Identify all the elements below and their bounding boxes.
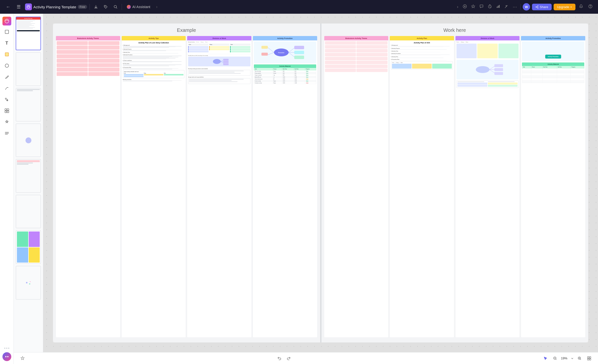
board-promotion: Activity Promotion Promotion: [253, 36, 317, 337]
board-activity-tips: Activity Tips Activity Plan of Love Stor…: [122, 36, 186, 337]
svg-point-10: [536, 6, 537, 7]
magic-button[interactable]: [503, 3, 510, 11]
example-title: Example: [56, 27, 317, 33]
page-thumb-5[interactable]: [16, 159, 41, 193]
page-thumb-4[interactable]: [16, 123, 41, 157]
page-thumb-2[interactable]: [16, 52, 41, 86]
sidebar-item-brush[interactable]: [2, 95, 12, 104]
app-title: Activity Planning Template: [33, 5, 76, 9]
help-button[interactable]: [587, 3, 594, 11]
ai-assistant-button[interactable]: AI Assistant: [124, 3, 153, 10]
svg-line-51: [490, 66, 495, 70]
page-thumb-1[interactable]: Activity Planning: [16, 17, 41, 50]
content-area: Example Brainstorm Activity Theme: [43, 14, 598, 352]
work-here-section: Work here Brainstorm Activity Theme: [321, 24, 588, 342]
redo-button[interactable]: [285, 354, 293, 362]
svg-point-20: [5, 64, 9, 67]
svg-point-0: [27, 5, 30, 8]
undo-button[interactable]: [275, 354, 283, 362]
play-button[interactable]: [461, 3, 468, 11]
svg-rect-22: [5, 109, 7, 110]
sidebar-item-shape[interactable]: [2, 61, 12, 71]
sidebar-item-list[interactable]: [2, 128, 12, 138]
svg-rect-48: [261, 46, 268, 49]
upgrade-button[interactable]: Upgrade +: [554, 4, 575, 10]
user-avatar[interactable]: W: [523, 3, 530, 11]
cursor-mode-button[interactable]: [542, 354, 549, 362]
sidebar-item-pen[interactable]: [2, 72, 12, 82]
svg-point-13: [590, 7, 591, 8]
svg-point-26: [5, 356, 6, 357]
notifications-button[interactable]: [577, 3, 585, 11]
share-button[interactable]: Share: [532, 4, 552, 10]
sidebar-item-palette[interactable]: [2, 17, 11, 25]
svg-point-50: [476, 66, 490, 73]
sidebar-item-sticky[interactable]: [2, 49, 12, 59]
svg-line-43: [268, 48, 274, 52]
svg-rect-18: [5, 30, 9, 34]
svg-rect-46: [294, 51, 304, 54]
chart-button[interactable]: [494, 3, 502, 11]
svg-point-30: [29, 283, 30, 284]
chevron-right-button[interactable]: ›: [155, 4, 158, 10]
bottom-center-controls: [275, 354, 293, 362]
svg-point-16: [6, 20, 7, 21]
search-button[interactable]: [112, 3, 119, 11]
ai-label: AI Assistant: [132, 5, 150, 9]
comment-button[interactable]: [478, 3, 485, 11]
work-board-division: Division of Work To do | Doing | Done: [455, 36, 520, 337]
sidebar-item-template[interactable]: [2, 106, 12, 116]
menu-button[interactable]: ☰: [15, 3, 23, 11]
bottom-bar: 19%: [14, 352, 598, 364]
svg-rect-55: [494, 68, 503, 71]
download-button[interactable]: [92, 3, 100, 11]
more-options-button[interactable]: ⋯: [511, 3, 519, 11]
sidebar-item-frame[interactable]: [2, 27, 12, 37]
left-sidebar: T: [0, 14, 14, 364]
work-here-title: Work here: [324, 27, 585, 33]
tag-button[interactable]: [102, 3, 109, 11]
board-division-title: Division of Work: [213, 37, 226, 39]
toolbar-left: ← ☰ Activity Planning Template Free AI A…: [4, 3, 454, 11]
zoom-out-button[interactable]: [551, 355, 559, 362]
sidebar-item-ai[interactable]: [2, 117, 12, 127]
svg-rect-35: [223, 59, 229, 61]
svg-line-53: [490, 70, 495, 73]
back-icon: ←: [6, 4, 10, 10]
page-thumb-3[interactable]: [16, 88, 41, 121]
board-promotion-title: Activity Promotion: [277, 37, 293, 39]
panels-container: Example Brainstorm Activity Theme: [53, 24, 588, 342]
svg-point-15: [5, 20, 6, 21]
zoom-in-button[interactable]: [576, 355, 583, 362]
sidebar-item-connector[interactable]: [2, 83, 12, 93]
toolbar-expand-left-button[interactable]: ›: [456, 4, 459, 10]
svg-rect-62: [589, 359, 591, 360]
sidebar-item-text[interactable]: T: [2, 38, 12, 48]
svg-line-44: [268, 52, 274, 55]
svg-rect-37: [223, 63, 229, 65]
toolbar-right: › ⋯ W Share: [456, 3, 594, 11]
logo-icon: [25, 3, 32, 10]
back-button[interactable]: ←: [4, 3, 12, 11]
page-thumb-7[interactable]: [16, 230, 41, 264]
sidebar-bottom-item[interactable]: [2, 352, 11, 361]
share-label: Share: [540, 5, 548, 9]
work-board-activity-plan: Activity Plan Activity Plan of XXX 1. Ba…: [390, 36, 454, 337]
svg-rect-24: [5, 111, 7, 113]
svg-point-17: [7, 20, 8, 21]
ai-suggestions-button[interactable]: [19, 354, 26, 362]
page-thumb-8[interactable]: [16, 266, 41, 299]
svg-rect-47: [294, 56, 304, 59]
zoom-dropdown-button[interactable]: [570, 356, 575, 361]
star-button[interactable]: [469, 3, 477, 11]
work-board-brainstorm: Brainstorm Activity Theme: [324, 36, 389, 337]
page-thumb-6[interactable]: [16, 195, 41, 228]
toolbar-right-icons: ⋯: [461, 3, 519, 11]
toolbar-sep-1: [90, 4, 90, 10]
fit-view-button[interactable]: [585, 354, 593, 362]
svg-marker-4: [464, 6, 466, 7]
svg-rect-19: [5, 53, 9, 56]
svg-text:Promotion: Promotion: [278, 52, 284, 53]
svg-line-42: [289, 52, 295, 57]
timer-button[interactable]: [486, 3, 494, 11]
